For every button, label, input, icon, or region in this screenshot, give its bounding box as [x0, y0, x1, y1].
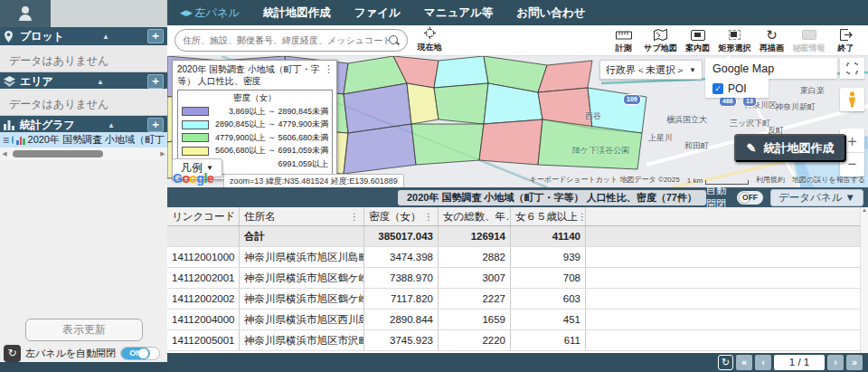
current-location-button[interactable]: 現在地 [413, 27, 446, 53]
search-input[interactable] [183, 35, 389, 45]
table-vscrollbar[interactable]: ▲ [860, 207, 868, 353]
guide-map-icon [691, 30, 705, 41]
pagination-bar: ↻ « ‹ 1 / 1 › » [167, 353, 868, 372]
prev-page-button[interactable]: ‹ [755, 355, 771, 370]
measure-button[interactable]: 計測 [605, 27, 642, 54]
table-row[interactable]: 14112001000 神奈川県横浜市旭区川島町 3474.398 2882 9… [167, 247, 868, 268]
col-linkcode[interactable]: リンクコード⋮ [167, 207, 240, 225]
sidebar-tabstrip [0, 0, 167, 27]
section-area[interactable]: エリア ▲ ＋ [0, 72, 167, 91]
nav-contact[interactable]: お問い合わせ [516, 5, 585, 21]
search-icon[interactable] [389, 35, 400, 46]
table-refresh-button[interactable]: ↻ [718, 355, 733, 370]
add-plot-button[interactable]: ＋ [147, 29, 164, 43]
auto-open-toggle[interactable]: OFF [737, 191, 763, 205]
terms-link[interactable]: 利用規約 [756, 175, 785, 185]
col-density[interactable]: 密度（女）⋮ [364, 207, 439, 225]
col-total-women[interactable]: 女の総数、年…⋮ [439, 207, 511, 225]
statgraph-item-label: 2020年 国勢調査 小地域（町丁 [28, 133, 165, 147]
table-row[interactable]: 14112002002 神奈川県横浜市旭区鶴ケ峰二丁目 7117.820 222… [167, 289, 868, 310]
next-page-button[interactable]: › [827, 355, 844, 370]
legend-row: 3,869以上 ～ 2890,845未満 [182, 106, 328, 118]
column-menu-icon[interactable]: ⋮ [578, 212, 586, 222]
rect-select-icon [729, 30, 741, 40]
auto-toggle-label: 左パネルを自動開閉 [25, 347, 116, 360]
redraw-button[interactable]: ↻ 再描画 [753, 27, 790, 54]
col-empty [586, 207, 868, 225]
route-shield: 109 [623, 94, 641, 105]
scroll-right-icon[interactable]: ▶ [158, 150, 167, 157]
expand-icon [846, 62, 858, 74]
chevron-down-icon: ▼ [689, 66, 696, 74]
left-panel-toggle[interactable]: ◀▶ 左パネル [180, 5, 240, 21]
pencil-icon: ✎ [747, 141, 757, 155]
refresh-display-button[interactable]: 表示更新 [25, 319, 143, 341]
legend-menu-icon[interactable]: ⋮ [324, 63, 334, 75]
submap-button[interactable]: サブ地図 [642, 27, 679, 54]
data-panel-header: 2020年 国勢調査 小地域（町丁・字等） 人口性比、密度（77件） 自動開閉 … [167, 187, 868, 207]
legend-row: 2890,845以上 ～ 4779,900未満 [182, 119, 328, 130]
admin-boundary-dropdown[interactable]: 行政界＜未選択＞ ▼ [599, 60, 703, 80]
user-tab[interactable] [0, 0, 51, 27]
section-statgraph[interactable]: 統計グラフ ▲ ＋ [0, 116, 167, 134]
rect-select-button[interactable]: 矩形選択 [716, 27, 753, 54]
ruler-icon [616, 31, 632, 40]
exit-button[interactable]: 終了 [827, 27, 864, 54]
add-area-button[interactable]: ＋ [147, 74, 164, 89]
section-plot[interactable]: プロット ▲ ＋ [0, 27, 167, 45]
fullscreen-button[interactable] [840, 58, 864, 79]
last-page-button[interactable]: » [846, 355, 863, 370]
panel-refresh-icon[interactable]: ↻ [4, 345, 21, 362]
collapse-statgraph-icon[interactable]: ▲ [75, 121, 147, 129]
legend-swatch [182, 120, 209, 129]
drag-handle-icon[interactable]: ≡ [3, 134, 9, 147]
table-header-row: リンクコード⋮ 住所名⋮ 密度（女）⋮ 女の総数、年…⋮ 女６５歳以上⋮ [167, 207, 868, 226]
checkbox-checked-icon[interactable]: ✓ [712, 83, 723, 94]
table-total-row[interactable]: 合計 385017.043 126914 41140 [167, 226, 868, 247]
table-row[interactable]: 14112005001 神奈川県横浜市旭区市沢町 3745.923 2220 6… [167, 330, 868, 351]
col-over65[interactable]: 女６５歳以上⋮ [511, 207, 586, 225]
sidebar-hscrollbar[interactable]: ◀ ▶ [0, 148, 167, 160]
nav-file[interactable]: ファイル [354, 5, 401, 21]
map-attribution: キーボードショートカット 地図データ ©2025 1 km 利用規約 地図の誤り… [530, 175, 865, 185]
map-label: 横浜国立大 [666, 114, 707, 126]
legend-title: 2020年 国勢調査 小地域（町丁・字等） 人口性比、密度 [177, 64, 333, 87]
sidebar-body: 表示更新 ↻ 左パネルを自動開閉 ON [0, 160, 167, 362]
create-statmap-button[interactable]: ✎ 統計地図作成 [734, 134, 846, 162]
google-logo[interactable]: Google [173, 171, 213, 186]
auto-panel-toggle[interactable]: ON [120, 347, 160, 360]
section-statgraph-label: 統計グラフ [20, 118, 75, 133]
section-area-label: エリア [20, 74, 53, 90]
report-error-link[interactable]: 地図の誤りを報告する [792, 175, 865, 185]
guide-map-button[interactable]: 案内図 [679, 27, 716, 54]
first-page-button[interactable]: « [736, 355, 752, 370]
col-address[interactable]: 住所名⋮ [240, 207, 364, 225]
scroll-left-icon[interactable]: ◀ [0, 150, 9, 157]
column-menu-icon[interactable]: ⋮ [424, 212, 433, 222]
map-label: 三ッ沢下町 [730, 118, 770, 129]
statgraph-item-selected[interactable]: ≡ 2020年 国勢調査 小地域（町丁 [0, 132, 167, 148]
column-menu-icon[interactable]: ⋮ [350, 212, 359, 222]
nav-manual[interactable]: マニュアル等 [424, 5, 493, 21]
map-toolbar: 現在地 計測 サブ地図 案内図 矩形選択 ↻ 再描画 [167, 25, 868, 56]
legend-row: 4779,900以上 ～ 5606,680未満 [182, 132, 328, 144]
scroll-up-icon[interactable]: ▲ [861, 207, 868, 213]
pegman-control[interactable] [840, 88, 864, 111]
collapse-area-icon[interactable]: ▲ [53, 78, 147, 86]
jstat-map-app: プロット ▲ ＋ データはありません エリア ▲ ＋ データはありません 統計グ… [0, 0, 868, 372]
data-panel-button[interactable]: データパネル ▼ [770, 189, 863, 206]
add-statgraph-button[interactable]: ＋ [147, 118, 164, 132]
collapse-plot-icon[interactable]: ▲ [64, 33, 147, 41]
page-indicator: 1 / 1 [774, 355, 825, 370]
hscroll-thumb[interactable] [13, 150, 103, 157]
search-box[interactable] [175, 29, 408, 52]
maptype-select[interactable]: Google Map [705, 58, 837, 79]
map-label: 上星川 [648, 132, 673, 144]
poi-checkbox-row[interactable]: ✓ POI [705, 79, 769, 98]
redraw-icon: ↻ [753, 27, 790, 43]
map-canvas[interactable]: 三ツ境 三ツ境 西谷 陣ケ下渓谷公園 和田町 上星川 横浜国立大 神奈川区 東白… [167, 56, 868, 187]
table-row[interactable]: 14112004000 神奈川県横浜市旭区西川島町 2890.844 1659 … [167, 310, 868, 330]
visibility-dot-icon[interactable] [12, 136, 14, 144]
table-row[interactable]: 14112002001 神奈川県横浜市旭区鶴ケ峰一丁目 7388.970 300… [167, 268, 868, 289]
nav-create-statmap[interactable]: 統計地図作成 [263, 5, 331, 21]
